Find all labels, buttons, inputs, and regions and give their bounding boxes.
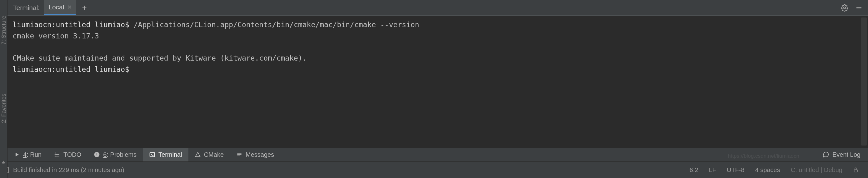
alert-icon bbox=[94, 151, 100, 158]
messages-icon bbox=[236, 151, 243, 158]
svg-point-6 bbox=[55, 154, 55, 155]
todo-tool-button[interactable]: TODO bbox=[48, 148, 88, 162]
terminal-text: liumiaocn:untitled liumiao$ /Application… bbox=[12, 20, 863, 75]
cmake-tool-button[interactable]: CMake bbox=[188, 148, 230, 162]
problems-tool-button[interactable]: 6: Problems bbox=[88, 148, 143, 162]
messages-label: Messages bbox=[246, 151, 274, 158]
add-tab-button[interactable]: + bbox=[76, 3, 92, 12]
scrollbar[interactable] bbox=[861, 17, 867, 145]
status-bar: Build finished in 229 ms (2 minutes ago)… bbox=[0, 162, 868, 178]
run-mnemonic: 4 bbox=[23, 151, 27, 158]
rail-favorites[interactable]: 2: Favorites bbox=[1, 94, 7, 123]
svg-point-5 bbox=[55, 153, 55, 153]
prompt-1-cmd: /Applications/CLion.app/Contents/bin/cma… bbox=[129, 21, 419, 29]
file-encoding[interactable]: UTF-8 bbox=[727, 167, 745, 174]
run-label: : Run bbox=[27, 151, 41, 158]
prompt-1-host: liumiaocn:untitled liumiao$ bbox=[12, 21, 129, 29]
star-icon: ★ bbox=[1, 159, 6, 166]
lock-icon[interactable] bbox=[853, 167, 859, 173]
cursor-position[interactable]: 6:2 bbox=[690, 167, 698, 174]
cmake-icon bbox=[195, 151, 201, 158]
status-message: Build finished in 229 ms (2 minutes ago) bbox=[13, 167, 690, 174]
cmake-label: CMake bbox=[204, 151, 224, 158]
terminal-tab-bar: Terminal: Local ✕ + bbox=[7, 0, 868, 15]
svg-point-0 bbox=[844, 7, 845, 9]
terminal-tool-label: Terminal bbox=[158, 151, 182, 158]
run-context[interactable]: C: untitled | Debug bbox=[791, 167, 842, 174]
problems-label: : Problems bbox=[106, 151, 136, 158]
speech-bubble-icon bbox=[823, 151, 829, 158]
play-icon bbox=[14, 151, 20, 158]
terminal-line-4: CMake suite maintained and supported by … bbox=[12, 54, 307, 62]
terminal-line-2: cmake version 3.17.3 bbox=[12, 32, 99, 40]
panel-title: Terminal: bbox=[7, 4, 44, 11]
list-icon bbox=[54, 151, 60, 158]
event-log-button[interactable]: Event Log bbox=[815, 151, 868, 158]
prompt-2: liumiaocn:untitled liumiao$ bbox=[12, 65, 134, 73]
terminal-tab-local[interactable]: Local ✕ bbox=[44, 0, 76, 15]
gear-icon[interactable] bbox=[839, 2, 850, 13]
svg-point-7 bbox=[55, 156, 55, 156]
svg-rect-16 bbox=[854, 170, 858, 172]
event-log-label: Event Log bbox=[832, 151, 861, 158]
indent-setting[interactable]: 4 spaces bbox=[755, 167, 780, 174]
run-tool-button[interactable]: 4: Run bbox=[7, 148, 48, 162]
terminal-tool-button[interactable]: Terminal bbox=[143, 148, 188, 162]
line-separator[interactable]: LF bbox=[709, 167, 716, 174]
todo-label: TODO bbox=[63, 151, 81, 158]
messages-tool-button[interactable]: Messages bbox=[230, 148, 280, 162]
terminal-output[interactable]: liumiaocn:untitled liumiao$ /Application… bbox=[7, 15, 868, 147]
tab-label: Local bbox=[49, 3, 64, 11]
left-tool-rail: 7: Structure 2: Favorites ★ bbox=[0, 0, 7, 178]
close-icon[interactable]: ✕ bbox=[67, 4, 72, 11]
terminal-icon bbox=[149, 151, 155, 158]
minimize-icon[interactable] bbox=[854, 2, 864, 13]
svg-rect-9 bbox=[97, 153, 97, 155]
problems-mnemonic: 6 bbox=[103, 151, 106, 158]
bottom-tool-bar: 4: Run TODO 6: Problems Terminal CMake M… bbox=[7, 147, 868, 162]
svg-rect-11 bbox=[150, 152, 155, 156]
svg-rect-10 bbox=[97, 155, 97, 156]
rail-structure[interactable]: 7: Structure bbox=[1, 15, 7, 45]
